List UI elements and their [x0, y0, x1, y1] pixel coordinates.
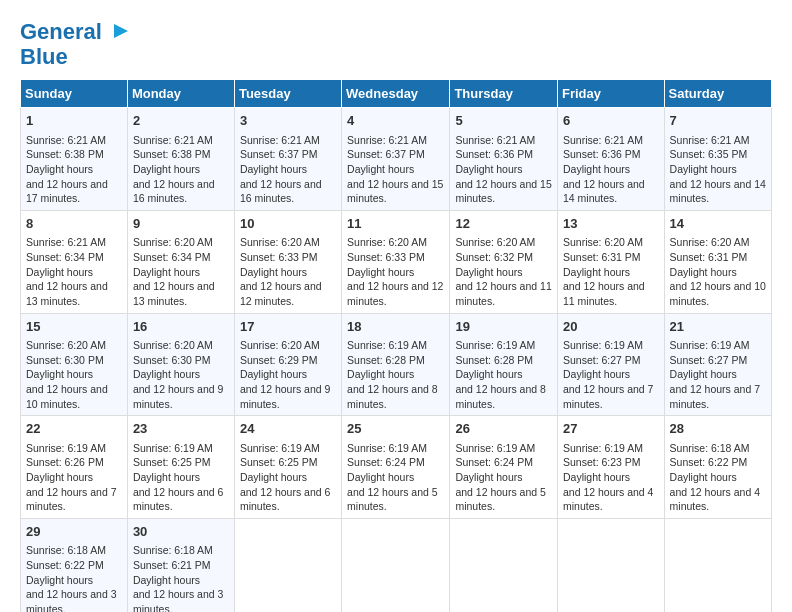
sunset: Sunset: 6:36 PM [563, 148, 641, 160]
calendar-cell: 10Sunrise: 6:20 AMSunset: 6:33 PMDayligh… [234, 211, 341, 314]
page-header: General Blue [20, 20, 772, 69]
calendar-table: SundayMondayTuesdayWednesdayThursdayFrid… [20, 79, 772, 612]
sunrise: Sunrise: 6:19 AM [347, 339, 427, 351]
calendar-cell: 12Sunrise: 6:20 AMSunset: 6:32 PMDayligh… [450, 211, 558, 314]
daylight-value: and 12 hours and 12 minutes. [240, 280, 322, 307]
calendar-cell: 28Sunrise: 6:18 AMSunset: 6:22 PMDayligh… [664, 416, 771, 519]
sunrise: Sunrise: 6:21 AM [240, 134, 320, 146]
day-number: 3 [240, 112, 336, 130]
sunrise: Sunrise: 6:19 AM [563, 442, 643, 454]
daylight-value: and 12 hours and 4 minutes. [670, 486, 761, 513]
sunset: Sunset: 6:34 PM [26, 251, 104, 263]
daylight-label: Daylight hours [26, 574, 93, 586]
sunrise: Sunrise: 6:20 AM [26, 339, 106, 351]
daylight-value: and 12 hours and 8 minutes. [347, 383, 438, 410]
daylight-label: Daylight hours [670, 163, 737, 175]
sunrise: Sunrise: 6:21 AM [670, 134, 750, 146]
calendar-cell: 19Sunrise: 6:19 AMSunset: 6:28 PMDayligh… [450, 313, 558, 416]
header-tuesday: Tuesday [234, 80, 341, 108]
daylight-value: and 12 hours and 10 minutes. [26, 383, 108, 410]
day-number: 1 [26, 112, 122, 130]
daylight-label: Daylight hours [347, 471, 414, 483]
sunrise: Sunrise: 6:21 AM [455, 134, 535, 146]
calendar-cell: 15Sunrise: 6:20 AMSunset: 6:30 PMDayligh… [21, 313, 128, 416]
daylight-value: and 12 hours and 13 minutes. [133, 280, 215, 307]
header-saturday: Saturday [664, 80, 771, 108]
day-number: 19 [455, 318, 552, 336]
sunset: Sunset: 6:35 PM [670, 148, 748, 160]
day-number: 26 [455, 420, 552, 438]
calendar-cell: 27Sunrise: 6:19 AMSunset: 6:23 PMDayligh… [557, 416, 664, 519]
calendar-cell: 3Sunrise: 6:21 AMSunset: 6:37 PMDaylight… [234, 108, 341, 211]
logo-text-general: General [20, 19, 102, 44]
calendar-cell: 8Sunrise: 6:21 AMSunset: 6:34 PMDaylight… [21, 211, 128, 314]
calendar-cell: 1Sunrise: 6:21 AMSunset: 6:38 PMDaylight… [21, 108, 128, 211]
daylight-label: Daylight hours [133, 266, 200, 278]
daylight-label: Daylight hours [670, 266, 737, 278]
day-number: 6 [563, 112, 659, 130]
day-number: 23 [133, 420, 229, 438]
calendar-cell: 26Sunrise: 6:19 AMSunset: 6:24 PMDayligh… [450, 416, 558, 519]
calendar-cell: 7Sunrise: 6:21 AMSunset: 6:35 PMDaylight… [664, 108, 771, 211]
sunrise: Sunrise: 6:21 AM [26, 134, 106, 146]
sunrise: Sunrise: 6:21 AM [26, 236, 106, 248]
sunset: Sunset: 6:24 PM [347, 456, 425, 468]
sunset: Sunset: 6:32 PM [455, 251, 533, 263]
day-number: 11 [347, 215, 444, 233]
daylight-value: and 12 hours and 12 minutes. [347, 280, 443, 307]
sunset: Sunset: 6:38 PM [133, 148, 211, 160]
daylight-value: and 12 hours and 7 minutes. [670, 383, 761, 410]
sunrise: Sunrise: 6:19 AM [455, 442, 535, 454]
calendar-cell: 14Sunrise: 6:20 AMSunset: 6:31 PMDayligh… [664, 211, 771, 314]
daylight-label: Daylight hours [455, 163, 522, 175]
daylight-value: and 12 hours and 13 minutes. [26, 280, 108, 307]
sunset: Sunset: 6:28 PM [347, 354, 425, 366]
daylight-label: Daylight hours [240, 368, 307, 380]
day-number: 20 [563, 318, 659, 336]
sunset: Sunset: 6:33 PM [347, 251, 425, 263]
sunrise: Sunrise: 6:18 AM [26, 544, 106, 556]
sunrise: Sunrise: 6:20 AM [455, 236, 535, 248]
daylight-label: Daylight hours [563, 163, 630, 175]
calendar-cell: 2Sunrise: 6:21 AMSunset: 6:38 PMDaylight… [127, 108, 234, 211]
daylight-value: and 12 hours and 8 minutes. [455, 383, 546, 410]
calendar-cell [450, 518, 558, 612]
calendar-cell: 29Sunrise: 6:18 AMSunset: 6:22 PMDayligh… [21, 518, 128, 612]
header-monday: Monday [127, 80, 234, 108]
daylight-value: and 12 hours and 3 minutes. [26, 588, 117, 612]
sunset: Sunset: 6:22 PM [26, 559, 104, 571]
calendar-cell: 25Sunrise: 6:19 AMSunset: 6:24 PMDayligh… [342, 416, 450, 519]
sunrise: Sunrise: 6:20 AM [133, 236, 213, 248]
calendar-cell [342, 518, 450, 612]
calendar-cell: 18Sunrise: 6:19 AMSunset: 6:28 PMDayligh… [342, 313, 450, 416]
sunset: Sunset: 6:38 PM [26, 148, 104, 160]
sunrise: Sunrise: 6:19 AM [670, 339, 750, 351]
sunset: Sunset: 6:37 PM [347, 148, 425, 160]
calendar-cell: 22Sunrise: 6:19 AMSunset: 6:26 PMDayligh… [21, 416, 128, 519]
daylight-value: and 12 hours and 9 minutes. [240, 383, 331, 410]
header-friday: Friday [557, 80, 664, 108]
calendar-cell: 21Sunrise: 6:19 AMSunset: 6:27 PMDayligh… [664, 313, 771, 416]
day-number: 30 [133, 523, 229, 541]
sunrise: Sunrise: 6:20 AM [240, 236, 320, 248]
sunset: Sunset: 6:34 PM [133, 251, 211, 263]
daylight-label: Daylight hours [26, 368, 93, 380]
logo-text: General [20, 20, 130, 45]
sunset: Sunset: 6:26 PM [26, 456, 104, 468]
calendar-cell: 6Sunrise: 6:21 AMSunset: 6:36 PMDaylight… [557, 108, 664, 211]
daylight-label: Daylight hours [347, 163, 414, 175]
sunset: Sunset: 6:33 PM [240, 251, 318, 263]
daylight-value: and 12 hours and 14 minutes. [670, 178, 766, 205]
sunrise: Sunrise: 6:19 AM [455, 339, 535, 351]
sunrise: Sunrise: 6:20 AM [240, 339, 320, 351]
week-row: 22Sunrise: 6:19 AMSunset: 6:26 PMDayligh… [21, 416, 772, 519]
day-number: 13 [563, 215, 659, 233]
daylight-label: Daylight hours [133, 163, 200, 175]
calendar-cell: 20Sunrise: 6:19 AMSunset: 6:27 PMDayligh… [557, 313, 664, 416]
daylight-label: Daylight hours [563, 266, 630, 278]
daylight-label: Daylight hours [455, 368, 522, 380]
sunset: Sunset: 6:31 PM [563, 251, 641, 263]
daylight-label: Daylight hours [563, 368, 630, 380]
daylight-label: Daylight hours [563, 471, 630, 483]
sunrise: Sunrise: 6:21 AM [563, 134, 643, 146]
